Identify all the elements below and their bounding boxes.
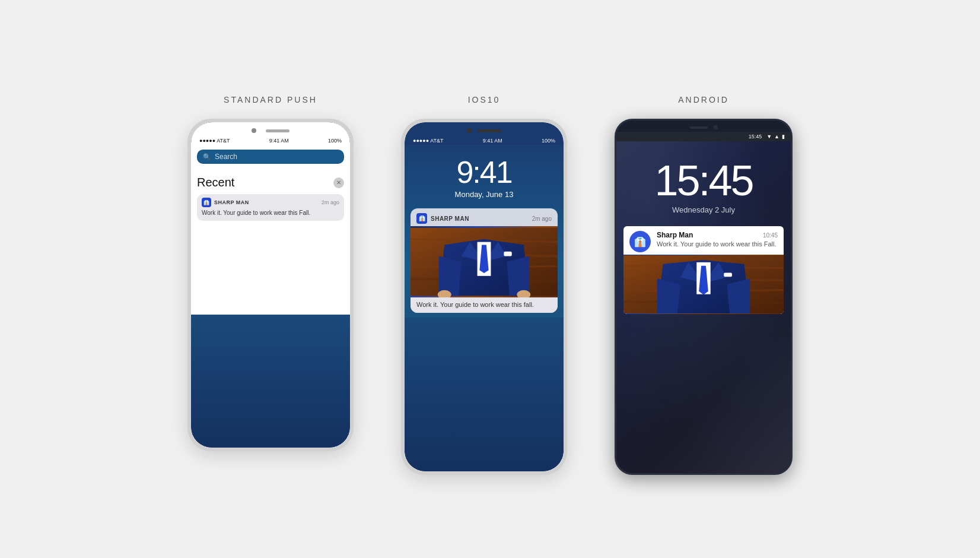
ios10-lockscreen-time: 9:41 Monday, June 13 (405, 145, 564, 201)
ios10-left-buttons (402, 182, 405, 222)
notif-header-standard: 👔 SHARP MAN 2m ago (202, 198, 339, 207)
ios10-lock-date: Monday, June 13 (405, 190, 564, 199)
notification-card-standard: 👔 SHARP MAN 2m ago Work it. Your guide t… (197, 194, 344, 221)
recent-section: Recent ✕ 👔 SHARP MAN 2m ago Work it. You… (191, 170, 350, 315)
ios10-notification-card: 👔 SHARP MAN 2m ago (411, 208, 558, 313)
svg-rect-6 (504, 252, 511, 256)
earpiece (266, 129, 289, 132)
android-notif-image (623, 255, 784, 314)
android-notification-card: 👔 Sharp Man 10:45 Work it. Your guide to… (623, 226, 784, 314)
ios10-carrier: ●●●●● AT&T (413, 138, 444, 144)
left-side-buttons (188, 182, 191, 222)
ios10-gradient-bottom (405, 318, 564, 471)
ios10-power-button (564, 194, 567, 211)
android-camera (714, 125, 718, 129)
recent-title: Recent (197, 176, 234, 189)
android-status-time: 15:45 (749, 134, 762, 140)
search-area: 🔍 Search (191, 145, 350, 170)
android-label: ANDROID (678, 95, 729, 104)
ios10-volume-up (402, 182, 405, 199)
notif-body-standard: Work it. Your guide to work wear this Fa… (202, 210, 339, 216)
power-button (350, 194, 353, 211)
ios10-volume-down (402, 204, 405, 222)
android-lock-date: Wednesday 2 July (672, 205, 735, 214)
ios-status-bar-standard: ●●●●● AT&T 9:41 AM 100% (191, 137, 350, 145)
page-container: STANDARD PUSH ●●●●● AT&T (187, 83, 793, 475)
android-notif-body: Work it. Your guide to work wear this Fa… (657, 240, 778, 248)
ios10-notif-left: 👔 SHARP MAN (416, 213, 469, 224)
screen-gradient-standard (191, 315, 350, 448)
android-signal-icon: ▲ (774, 134, 779, 140)
ios10-hardware-top (405, 122, 564, 137)
ios10-earpiece (478, 129, 501, 132)
android-notif-title: Sharp Man (657, 231, 693, 239)
phone-hardware-top (191, 122, 350, 137)
app-icon-standard: 👔 (202, 198, 211, 207)
search-bar[interactable]: 🔍 Search (197, 150, 344, 164)
ios10-notif-image (411, 226, 558, 297)
ios10-section: iOS10 ●●●●● AT&T 9:41 AM 100% (401, 95, 567, 475)
close-recent-button[interactable]: ✕ (333, 177, 344, 188)
carrier-signal: ●●●●● AT&T (199, 138, 230, 144)
svg-rect-15 (724, 272, 732, 277)
android-hardware-top (616, 121, 791, 132)
ios10-notif-header: 👔 SHARP MAN 2m ago (411, 208, 558, 226)
android-lock-time: 15:45 (654, 159, 752, 202)
android-wifi-icon: ▼ (766, 134, 772, 140)
android-section: ANDROID 15:45 ▼ ▲ (615, 95, 793, 475)
android-notif-content: Sharp Man 10:45 Work it. Your guide to w… (657, 231, 778, 248)
ios10-notif-body: Work it. Your guide to work wear this fa… (411, 297, 558, 313)
status-time: 9:41 AM (269, 138, 289, 144)
android-earpiece (690, 126, 708, 129)
ios10-time: 9:41 AM (483, 138, 502, 144)
ios10-status-bar: ●●●●● AT&T 9:41 AM 100% (405, 137, 564, 145)
ios10-app-name: SHARP MAN (431, 215, 469, 222)
ios10-right-buttons (564, 194, 567, 211)
standard-push-label: STANDARD PUSH (224, 95, 317, 104)
ios10-notif-time: 2m ago (532, 215, 552, 222)
android-screen: 15:45 ▼ ▲ ▮ 15:45 Wednesday 2 July 👔 (616, 121, 791, 473)
app-name-standard: SHARP MAN (214, 199, 249, 205)
battery-status: 100% (328, 138, 342, 144)
ios10-app-icon: 👔 (416, 213, 427, 224)
android-lockscreen: 15:45 Wednesday 2 July 👔 Sharp Man 10:45 (616, 141, 791, 473)
ios10-big-time: 9:41 (405, 157, 564, 188)
android-notif-title-row: Sharp Man 10:45 (657, 231, 778, 239)
front-camera (252, 128, 256, 133)
ios10-label: iOS10 (468, 95, 501, 104)
android-status-bar: 15:45 ▼ ▲ ▮ (616, 132, 791, 141)
search-icon: 🔍 (203, 153, 211, 161)
notif-left-standard: 👔 SHARP MAN (202, 198, 249, 207)
volume-down-button (188, 204, 191, 222)
iphone-standard-device: ●●●●● AT&T 9:41 AM 100% 🔍 Search Recent … (187, 119, 354, 451)
android-app-icon: 👔 (629, 231, 651, 252)
ios10-camera (467, 128, 472, 133)
notif-time-standard: 2m ago (322, 199, 339, 205)
iphone-ios10-device: ●●●●● AT&T 9:41 AM 100% 9:41 Monday, Jun… (401, 119, 567, 475)
search-placeholder-text: Search (215, 153, 237, 161)
android-device: 15:45 ▼ ▲ ▮ 15:45 Wednesday 2 July 👔 (615, 119, 793, 475)
standard-push-section: STANDARD PUSH ●●●●● AT&T (187, 95, 354, 451)
android-battery-icon: ▮ (782, 134, 785, 140)
volume-up-button (188, 182, 191, 199)
ios10-battery: 100% (542, 138, 555, 144)
android-notif-time: 10:45 (763, 232, 778, 239)
android-notif-top: 👔 Sharp Man 10:45 Work it. Your guide to… (623, 226, 784, 255)
recent-header: Recent ✕ (197, 176, 344, 189)
phone-screen-standard: ●●●●● AT&T 9:41 AM 100% 🔍 Search Recent … (191, 122, 350, 448)
ios10-screen: ●●●●● AT&T 9:41 AM 100% 9:41 Monday, Jun… (405, 122, 564, 471)
right-side-buttons (350, 194, 353, 211)
